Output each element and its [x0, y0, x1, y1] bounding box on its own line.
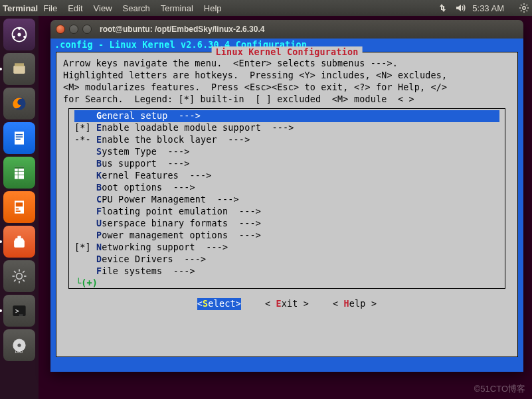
menuconfig-item[interactable]: Device Drivers --->: [69, 254, 505, 266]
svg-point-13: [13, 36, 15, 39]
launcher-software-icon[interactable]: [3, 226, 35, 258]
menuconfig-item[interactable]: File systems --->: [69, 266, 505, 278]
svg-rect-30: [17, 236, 21, 239]
svg-line-8: [527, 5, 527, 5]
launcher-impress-icon[interactable]: [3, 191, 35, 223]
svg-line-38: [14, 279, 16, 281]
launcher-firefox-icon[interactable]: [3, 88, 35, 120]
svg-text:>_: >_: [15, 307, 23, 315]
menuconfig-help-button[interactable]: < Help >: [333, 298, 377, 310]
menuconfig-exit-button[interactable]: < Exit >: [265, 298, 309, 310]
launcher-settings-icon[interactable]: [3, 260, 35, 292]
svg-point-11: [18, 28, 21, 31]
menuconfig-item[interactable]: [*] Networking support --->: [69, 242, 505, 254]
svg-line-7: [521, 11, 521, 11]
window-maximize-icon[interactable]: [82, 25, 92, 34]
menuconfig-menu-list[interactable]: General setup --->[*] Enable loadable mo…: [68, 108, 505, 289]
menu-terminal[interactable]: Terminal: [161, 3, 193, 13]
svg-rect-28: [16, 208, 19, 210]
svg-point-10: [17, 33, 21, 36]
menuconfig-item[interactable]: System Type --->: [69, 146, 505, 158]
menu-search[interactable]: Search: [123, 3, 150, 13]
menubar-app-name: Terminal: [3, 3, 38, 13]
menuconfig-item[interactable]: [*] Enable loadable module support --->: [69, 122, 505, 134]
svg-point-0: [523, 7, 525, 9]
terminal-window: root@ubuntu: /opt/EmbedSky/linux-2.6.30.…: [50, 20, 523, 372]
menu-help[interactable]: Help: [204, 3, 222, 13]
menuconfig-item[interactable]: Floating point emulation --->: [69, 206, 505, 218]
unity-launcher: >_ DVD: [0, 16, 39, 399]
svg-line-6: [527, 11, 527, 11]
window-close-icon[interactable]: [56, 25, 65, 34]
svg-rect-17: [15, 131, 24, 144]
menuconfig-item[interactable]: Bus support --->: [69, 158, 505, 170]
menu-edit[interactable]: Edit: [68, 3, 82, 13]
launcher-calc-icon[interactable]: [3, 157, 35, 189]
menuconfig-select-button[interactable]: <Select>: [197, 298, 241, 310]
svg-rect-29: [16, 210, 21, 212]
svg-line-37: [23, 279, 25, 281]
svg-point-12: [23, 36, 26, 39]
terminal-title: root@ubuntu: /opt/EmbedSky/linux-2.6.30.…: [100, 25, 264, 34]
launcher-terminal-icon[interactable]: >_: [3, 295, 35, 327]
launcher-files-icon[interactable]: [3, 53, 35, 85]
svg-point-43: [17, 343, 21, 347]
launcher-dash-icon[interactable]: [3, 19, 35, 50]
launcher-disc-icon[interactable]: DVD: [3, 329, 35, 361]
terminal-viewport[interactable]: .config - Linux Kernel v2.6.30.4 Configu…: [50, 39, 523, 372]
menuconfig-item[interactable]: Kernel Features --->: [69, 170, 505, 182]
sound-indicator-icon[interactable]: [455, 3, 466, 13]
svg-line-5: [521, 5, 521, 5]
svg-rect-15: [15, 63, 24, 66]
clock[interactable]: 5:33 AM: [472, 3, 504, 13]
svg-text:DVD: DVD: [15, 350, 23, 354]
menu-view[interactable]: View: [94, 3, 112, 13]
svg-rect-22: [15, 166, 24, 169]
menuconfig-item[interactable]: Userspace binary formats --->: [69, 218, 505, 230]
svg-line-39: [23, 271, 25, 273]
svg-rect-18: [16, 134, 23, 135]
menuconfig-button-bar: <Select>< Exit >< Help >: [56, 298, 517, 310]
watermark-text: ©51CTO博客: [474, 383, 525, 395]
svg-rect-19: [16, 136, 23, 137]
terminal-titlebar[interactable]: root@ubuntu: /opt/EmbedSky/linux-2.6.30.…: [50, 20, 523, 39]
menuconfig-main-frame: Linux Kernel Configuration Arrow keys na…: [56, 52, 518, 357]
menuconfig-item[interactable]: Boot options --->: [69, 182, 505, 194]
svg-rect-14: [13, 66, 25, 74]
menuconfig-item[interactable]: General setup --->: [74, 110, 499, 122]
network-indicator-icon[interactable]: [436, 3, 447, 13]
menuconfig-help-text: Arrow keys navigate the menu. <Enter> se…: [56, 52, 517, 108]
launcher-writer-icon[interactable]: [3, 122, 35, 154]
menuconfig-item[interactable]: -*- Enable the block layer --->: [69, 134, 505, 146]
svg-line-36: [14, 271, 16, 273]
top-menubar: Terminal File Edit View Search Terminal …: [0, 0, 532, 16]
svg-rect-27: [16, 202, 23, 206]
settings-gear-icon[interactable]: [519, 3, 529, 13]
menu-file[interactable]: File: [43, 3, 57, 13]
menuconfig-item[interactable]: CPU Power Management --->: [69, 194, 505, 206]
menuconfig-item[interactable]: Power management options --->: [69, 230, 505, 242]
menuconfig-box-title: Linux Kernel Configuration: [212, 46, 363, 58]
svg-rect-20: [16, 139, 21, 140]
svg-point-31: [17, 274, 23, 279]
window-minimize-icon[interactable]: [69, 25, 78, 34]
menuconfig-more-indicator: └(+): [69, 278, 505, 289]
